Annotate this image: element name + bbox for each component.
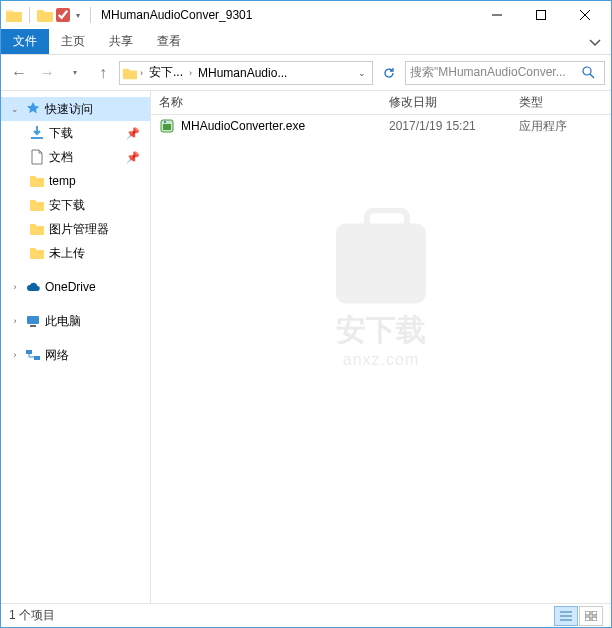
tab-home[interactable]: 主页 [49,29,97,54]
ribbon: 文件 主页 共享 查看 [1,29,611,55]
statusbar: 1 个项目 [1,603,611,627]
column-type[interactable]: 类型 [511,94,611,111]
pin-icon: 📌 [126,127,140,140]
forward-button[interactable]: → [35,61,59,85]
sidebar-item-temp[interactable]: temp [1,169,150,193]
svg-rect-4 [30,325,36,327]
sidebar-item-network[interactable]: › 网络 [1,343,150,367]
file-name: MHAudioConverter.exe [181,119,305,133]
svg-rect-2 [31,137,43,139]
exe-icon [159,118,175,134]
network-icon [25,347,41,363]
view-icons-button[interactable] [579,606,603,626]
search-icon [576,62,600,84]
chevron-right-icon[interactable]: › [189,68,192,78]
column-headers: 名称 修改日期 类型 [151,91,611,115]
sidebar-item-label: 此电脑 [45,313,81,330]
svg-rect-0 [537,11,546,20]
file-row[interactable]: MHAudioConverter.exe 2017/1/19 15:21 应用程… [151,115,611,137]
item-count: 1 个项目 [9,607,55,624]
chevron-right-icon[interactable]: › [140,68,143,78]
svg-rect-12 [585,617,590,621]
download-icon [29,125,45,141]
sidebar-item-label: 快速访问 [45,101,93,118]
tab-file[interactable]: 文件 [1,29,49,54]
sidebar-item-label: 安下载 [49,197,85,214]
cloud-icon [25,279,41,295]
sidebar-item-noupload[interactable]: 未上传 [1,241,150,265]
sidebar-item-anxz[interactable]: 安下载 [1,193,150,217]
breadcrumb-item[interactable]: 安下... [145,62,187,83]
sidebar-item-label: 未上传 [49,245,85,262]
svg-rect-11 [592,611,597,615]
svg-point-9 [164,121,166,123]
svg-point-1 [583,67,591,75]
titlebar: ▾ MHumanAudioConver_9301 [1,1,611,29]
folder-icon [122,66,138,80]
expand-icon[interactable]: ⌄ [9,104,21,114]
navigation-pane: ⌄ 快速访问 下载 📌 文档 📌 temp 安下载 [1,91,151,603]
breadcrumb-item[interactable]: MHumanAudio... [194,64,291,82]
ribbon-expand-icon[interactable] [579,32,611,52]
folder-icon [29,197,45,213]
sidebar-item-onedrive[interactable]: › OneDrive [1,275,150,299]
minimize-button[interactable] [475,1,519,29]
sidebar-item-label: 下载 [49,125,73,142]
expand-icon[interactable]: › [9,316,21,326]
tab-view[interactable]: 查看 [145,29,193,54]
recent-dropdown-icon[interactable]: ▾ [63,61,87,85]
expand-icon[interactable]: › [9,350,21,360]
sidebar-item-picmgr[interactable]: 图片管理器 [1,217,150,241]
svg-rect-8 [163,124,171,130]
refresh-button[interactable] [377,62,401,84]
maximize-button[interactable] [519,1,563,29]
sidebar-item-thispc[interactable]: › 此电脑 [1,309,150,333]
sidebar-item-downloads[interactable]: 下载 📌 [1,121,150,145]
back-button[interactable]: ← [7,61,31,85]
sidebar-item-label: 文档 [49,149,73,166]
qat-checkbox[interactable] [56,8,70,22]
folder-icon [29,173,45,189]
sidebar-item-label: 图片管理器 [49,221,109,238]
sidebar-item-documents[interactable]: 文档 📌 [1,145,150,169]
qat-dropdown-icon[interactable]: ▾ [76,11,80,20]
search-placeholder: 搜索"MHumanAudioConver... [410,64,576,81]
sidebar-item-label: temp [49,174,76,188]
folder-icon [29,245,45,261]
sidebar-item-label: 网络 [45,347,69,364]
document-icon [29,149,45,165]
navbar: ← → ▾ ↑ › 安下... › MHumanAudio... ⌄ 搜索"MH… [1,55,611,91]
file-type: 应用程序 [511,118,611,135]
tab-share[interactable]: 共享 [97,29,145,54]
up-button[interactable]: ↑ [91,61,115,85]
close-button[interactable] [563,1,607,29]
svg-rect-13 [592,617,597,621]
window-title: MHumanAudioConver_9301 [101,8,252,22]
expand-icon[interactable]: › [9,282,21,292]
search-input[interactable]: 搜索"MHumanAudioConver... [405,61,605,85]
svg-rect-3 [27,316,39,324]
svg-rect-10 [585,611,590,615]
column-date[interactable]: 修改日期 [381,94,511,111]
pin-icon: 📌 [126,151,140,164]
address-bar[interactable]: › 安下... › MHumanAudio... ⌄ [119,61,373,85]
computer-icon [25,313,41,329]
folder-props-icon[interactable] [36,7,54,23]
view-details-button[interactable] [554,606,578,626]
watermark: 安下载 anxz.com [336,223,426,368]
sidebar-item-quick-access[interactable]: ⌄ 快速访问 [1,97,150,121]
folder-icon [5,7,23,23]
sidebar-item-label: OneDrive [45,280,96,294]
folder-icon [29,221,45,237]
column-name[interactable]: 名称 [151,94,381,111]
svg-rect-5 [26,350,32,354]
file-list: 名称 修改日期 类型 MHAudioConverter.exe 2017/1/1… [151,91,611,603]
star-icon [25,101,41,117]
file-date: 2017/1/19 15:21 [381,119,511,133]
address-dropdown-icon[interactable]: ⌄ [354,66,370,80]
